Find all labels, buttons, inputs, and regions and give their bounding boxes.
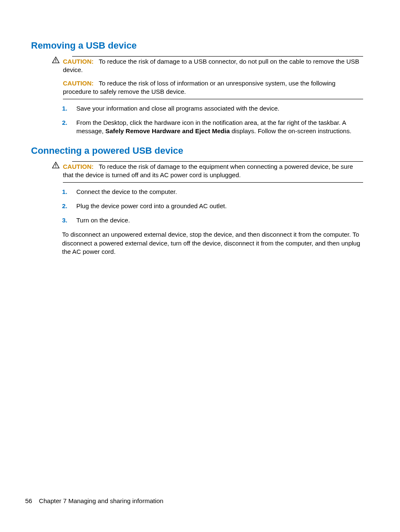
caution-label: CAUTION:	[63, 163, 94, 170]
caution-label: CAUTION:	[63, 80, 94, 87]
body-paragraph: To disconnect an unpowered external devi…	[62, 230, 363, 256]
heading-connecting-powered-usb: Connecting a powered USB device	[31, 145, 363, 157]
heading-removing-usb: Removing a USB device	[31, 39, 363, 52]
caution-icon	[52, 57, 60, 63]
caution-body-2: To reduce the risk of loss of informatio…	[63, 80, 335, 95]
step-item: 2. Plug the device power cord into a gro…	[62, 202, 363, 210]
bold-text: Safely Remove Hardware and Eject Media	[105, 127, 230, 134]
step-number: 1.	[62, 104, 76, 113]
caution-body-3: To reduce the risk of damage to the equi…	[63, 163, 353, 178]
step-number: 2.	[62, 119, 76, 136]
page-footer: 56 Chapter 7 Managing and sharing inform…	[25, 497, 164, 505]
step-item: 1. Connect the device to the computer.	[62, 188, 363, 196]
step-number: 1.	[62, 188, 76, 196]
section-connecting-powered-usb: Connecting a powered USB device CAUTION:…	[31, 145, 363, 256]
svg-point-1	[55, 61, 56, 62]
caution-text-3: CAUTION: To reduce the risk of damage to…	[63, 163, 363, 180]
steps-removing-usb: 1. Save your information and close all p…	[62, 104, 363, 136]
step-item: 3. Turn on the device.	[62, 216, 363, 225]
caution-block-2: CAUTION: To reduce the risk of damage to…	[53, 161, 363, 183]
step-item: 1. Save your information and close all p…	[62, 104, 363, 113]
caution-label: CAUTION:	[63, 58, 94, 65]
step-text: Turn on the device.	[76, 216, 363, 225]
step-text: Plug the device power cord into a ground…	[76, 202, 363, 210]
section-removing-usb: Removing a USB device CAUTION: To reduce…	[31, 39, 363, 135]
steps-connecting-powered-usb: 1. Connect the device to the computer. 2…	[62, 188, 363, 225]
step-text: From the Desktop, click the hardware ico…	[76, 119, 363, 136]
chapter-title: Chapter 7 Managing and sharing informati…	[39, 497, 164, 504]
caution-icon	[52, 162, 60, 168]
step-number: 3.	[62, 216, 76, 225]
svg-point-3	[55, 167, 56, 168]
step-number: 2.	[62, 202, 76, 210]
caution-block-1: CAUTION: To reduce the risk of damage to…	[53, 56, 363, 99]
step-text: Connect the device to the computer.	[76, 188, 363, 196]
step-item: 2. From the Desktop, click the hardware …	[62, 119, 363, 136]
caution-body-1: To reduce the risk of damage to a USB co…	[63, 58, 359, 73]
caution-text-1: CAUTION: To reduce the risk of damage to…	[63, 57, 363, 75]
page-number: 56	[25, 497, 32, 504]
step-text: Save your information and close all prog…	[76, 104, 363, 113]
caution-text-2: CAUTION: To reduce the risk of loss of i…	[63, 79, 363, 96]
